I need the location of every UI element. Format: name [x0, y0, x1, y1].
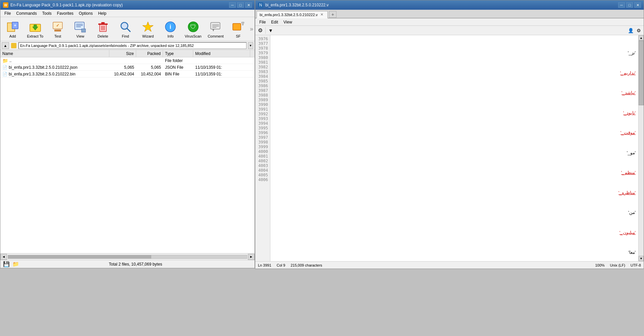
toolbar-find-button[interactable]: Find [114, 18, 136, 40]
svg-text:+: + [14, 23, 16, 28]
tab-file[interactable]: bi_enfa.pnr1.3.32bit.2.5.0.210222.v ✕ [257, 11, 328, 18]
np-tool-gear[interactable]: ⚙ [635, 27, 642, 34]
col-size-header[interactable]: Size [109, 50, 136, 57]
scroll-down-button[interactable]: ▼ [639, 256, 644, 261]
svg-rect-12 [82, 29, 86, 32]
np-minimize-button[interactable]: ─ [618, 2, 625, 8]
toolbar-sf-button[interactable]: SF [227, 18, 249, 40]
menu-tools[interactable]: Tools [40, 10, 54, 17]
file-type-cell: BIN File [163, 71, 193, 77]
col-type-header[interactable]: Type [163, 50, 193, 57]
vertical-scrollbar[interactable]: ▲ ▼ [638, 35, 644, 261]
address-text: En-Fa Language Pack_0.9.1-pack1.1.apk.zi… [20, 44, 194, 48]
menu-options[interactable]: Options [76, 10, 95, 17]
toolbar-separator [265, 27, 266, 34]
table-row[interactable]: 📁 .. File folder [0, 57, 255, 64]
menu-help[interactable]: Help [95, 10, 109, 17]
status-text: Total 2 files, 10,457,069 bytes [19, 262, 252, 267]
svg-text:🛡: 🛡 [190, 23, 196, 30]
np-menu-edit[interactable]: Edit [268, 18, 281, 25]
winrar-window: W En-Fa Language Pack_0.9.1-pack1.1.apk.… [0, 0, 255, 268]
new-tab-button[interactable]: + [329, 11, 336, 18]
view-label: View [76, 34, 85, 38]
menu-commands[interactable]: Commands [13, 10, 39, 17]
folder-icon: 📁 [2, 58, 8, 63]
close-button[interactable]: ✕ [245, 2, 252, 8]
find-icon [119, 20, 132, 34]
toolbar-comment-button[interactable]: Comment [205, 18, 226, 40]
address-dropdown[interactable]: ▼ [248, 42, 253, 49]
content-line: 'موقت_' [273, 129, 636, 136]
status-line-ending: Unix (LF) [610, 263, 625, 267]
status-chars: 215,009 characters [290, 263, 322, 267]
np-close-button[interactable]: ✕ [634, 2, 641, 8]
svg-point-21 [121, 22, 128, 29]
address-input[interactable]: En-Fa Language Pack_0.9.1-pack1.1.apk.zi… [18, 42, 247, 49]
view-icon [73, 20, 87, 34]
notepad-editor: 3976 3977 3978 3979 3980 3981 3982 3983 … [255, 35, 644, 261]
maximize-button[interactable]: □ [237, 2, 244, 8]
info-label: Info [167, 34, 173, 38]
col-name-header[interactable]: Name [0, 50, 109, 57]
table-row[interactable]: 📄 bi_enfa.pnr1.3.32bit.2.5.0.210222.json… [0, 64, 255, 71]
toolbar-overflow[interactable]: » [250, 25, 253, 33]
np-menu-view[interactable]: View [281, 18, 295, 25]
scroll-up-button[interactable]: ▲ [639, 35, 644, 41]
titlebar-left: W En-Fa Language Pack_0.9.1-pack1.1.apk.… [3, 2, 123, 8]
menu-file[interactable]: File [2, 10, 13, 17]
status-folder-icon: 📁 [12, 261, 19, 267]
np-tool-chevron-down[interactable]: ▼ [267, 27, 274, 34]
scrollbar-thumb[interactable] [8, 255, 151, 259]
scrollbar-track-v[interactable] [639, 41, 644, 256]
np-tool-user[interactable]: 👤 [627, 27, 634, 34]
status-left: Ln 3991 Col 9 215,009 characters [258, 263, 322, 267]
scroll-left-button[interactable]: ◄ [0, 254, 7, 260]
np-menu-file[interactable]: File [257, 18, 268, 25]
file-size-cell: 5,065 [109, 64, 136, 70]
toolbar-info-button[interactable]: i Info [160, 18, 181, 40]
minimize-button[interactable]: ─ [229, 2, 236, 8]
address-bar: ▲ En-Fa Language Pack_0.9.1-pack1.1.apk.… [0, 41, 255, 50]
col-packed-header[interactable]: Packed [136, 50, 163, 57]
content-line: 'منظم_' [273, 169, 636, 176]
wizard-icon [141, 20, 155, 34]
toolbar-wizard-button[interactable]: Wizard [137, 18, 159, 40]
table-row[interactable]: 📄 bi_enfa.pnr1.3.32bit.2.5.0.210222.bin … [0, 71, 255, 77]
content-line: 'میلیون_' [273, 229, 636, 236]
np-maximize-button[interactable]: □ [626, 2, 633, 8]
sf-icon [231, 20, 245, 34]
toolbar-test-button[interactable]: ✓ Test [47, 18, 69, 40]
notepad-tab-bar: bi_enfa.pnr1.3.32bit.2.5.0.210222.v ✕ + [255, 10, 644, 18]
toolbar-add-button[interactable]: + Add [2, 18, 23, 40]
horizontal-scrollbar[interactable]: ◄ ► [0, 253, 255, 260]
winrar-menu-bar: File Commands Tools Favorites Options He… [0, 10, 255, 17]
toolbar-delete-button[interactable]: Delete [92, 18, 114, 40]
virusscan-label: VirusScan [185, 34, 202, 38]
nav-up-button[interactable]: ▲ [2, 42, 9, 49]
scrollbar-thumb-v[interactable] [639, 41, 644, 105]
file-name-cell: 📁 .. [0, 57, 109, 64]
np-tool-settings[interactable]: ⚙ [257, 27, 264, 34]
tab-close-button[interactable]: ✕ [320, 12, 324, 17]
col-modified-header[interactable]: Modified [193, 50, 250, 57]
notepad-toolbar: ⚙ ▼ 👤 ⚙ [255, 26, 644, 35]
status-ln: Ln 3991 [258, 263, 271, 267]
file-size-cell [109, 60, 136, 61]
editor-content[interactable]: 'نز_' 'نداریم_' 'نباشد_' 'نابود_' 'موقت_… [270, 35, 638, 261]
scrollbar-track[interactable] [8, 255, 247, 259]
add-icon: + [6, 20, 19, 34]
content-line: 'مناظره_' [273, 189, 636, 197]
toolbar-view-button[interactable]: View [69, 18, 91, 40]
content-line: 'نز_' [273, 50, 636, 57]
winrar-title: En-Fa Language Pack_0.9.1-pack1.1.apk.zi… [10, 3, 123, 7]
titlebar-controls: ─ □ ✕ [229, 2, 252, 8]
toolbar-extract-button[interactable]: Extract To [24, 18, 46, 40]
file-type-cell: JSON File [163, 64, 193, 70]
scroll-right-button[interactable]: ► [248, 254, 255, 260]
menu-favorites[interactable]: Favorites [54, 10, 76, 17]
svg-rect-7 [54, 30, 61, 32]
toolbar-virusscan-button[interactable]: 🛡 VirusScan [182, 18, 204, 40]
content-line: 'مو_' [273, 150, 636, 157]
content-line: 'نباشد_' [273, 90, 636, 97]
wizard-label: Wizard [142, 34, 154, 38]
